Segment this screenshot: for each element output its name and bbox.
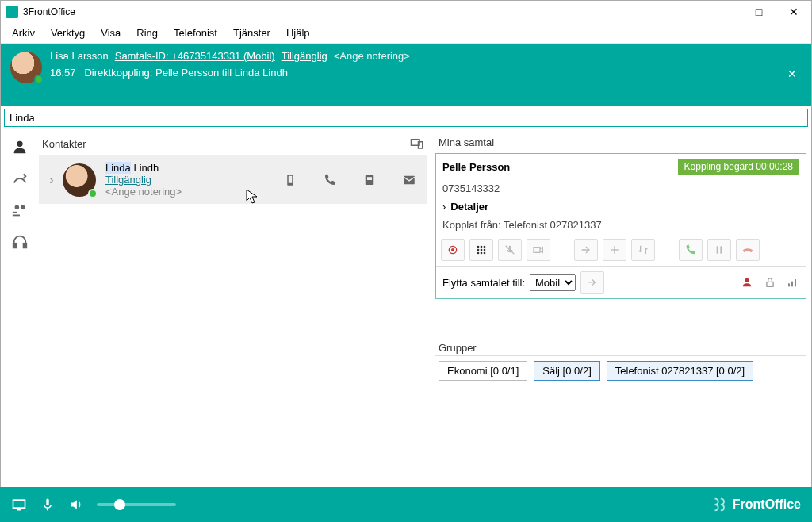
move-call-select[interactable]: Mobil (530, 274, 576, 291)
mobile-icon[interactable] (283, 173, 297, 187)
svg-rect-4 (13, 215, 20, 217)
headset-icon[interactable] (11, 233, 29, 251)
hold-button[interactable] (707, 239, 731, 261)
contact-status[interactable]: Tillgänglig (105, 174, 224, 186)
screen-icon[interactable] (11, 497, 27, 512)
call-status-badge: Koppling begärd 00:00:28 (678, 159, 799, 175)
profile-status[interactable]: Tillgänglig (282, 50, 327, 62)
presence-indicator (34, 75, 44, 84)
devices-icon[interactable] (410, 136, 424, 151)
svg-point-15 (451, 248, 454, 251)
queue-icon[interactable] (11, 202, 29, 219)
person-warn-icon[interactable] (741, 276, 753, 289)
add-call-button[interactable] (603, 239, 626, 261)
mute-button[interactable] (498, 239, 522, 261)
caller-name: Pelle Persson (442, 161, 510, 173)
details-toggle[interactable]: › Detaljer (436, 198, 806, 216)
maximize-button[interactable]: □ (741, 1, 776, 23)
contact-name: Linda Lindh (105, 162, 224, 174)
menu-bar: Arkiv Verktyg Visa Ring Telefonist Tjäns… (1, 23, 811, 44)
video-button[interactable] (527, 239, 550, 261)
menu-verktyg[interactable]: Verktyg (43, 24, 93, 42)
svg-point-22 (477, 252, 480, 255)
svg-point-32 (745, 278, 749, 282)
menu-ring[interactable]: Ring (128, 24, 166, 42)
volume-slider[interactable] (97, 503, 176, 506)
svg-point-2 (21, 205, 25, 210)
contact-presence-indicator (88, 189, 98, 198)
contacts-header: Kontakter (42, 138, 86, 150)
menu-hjalp[interactable]: Hjälp (278, 24, 318, 42)
svg-point-23 (481, 252, 483, 255)
svg-point-24 (484, 252, 486, 255)
group-salj[interactable]: Sälj [0 0/2] (534, 361, 599, 381)
calls-header: Mina samtal (439, 136, 494, 148)
group-ekonomi[interactable]: Ekonomi [0 0/1] (439, 361, 527, 381)
phone-icon[interactable] (323, 173, 337, 187)
record-button[interactable] (441, 239, 465, 261)
profile-name: Lisa Larsson (50, 50, 109, 62)
svg-rect-33 (767, 282, 773, 286)
svg-rect-12 (367, 177, 372, 180)
svg-rect-38 (46, 499, 48, 505)
answer-button[interactable] (679, 239, 703, 261)
bottom-bar: FrontOffice (0, 487, 812, 522)
svg-point-17 (481, 246, 483, 248)
menu-arkiv[interactable]: Arkiv (4, 24, 43, 42)
svg-rect-3 (13, 212, 17, 213)
groups-header: Grupper (435, 340, 806, 355)
svg-rect-6 (24, 244, 27, 248)
close-button[interactable]: ✕ (776, 1, 811, 23)
swap-calls-button[interactable] (631, 239, 655, 261)
svg-rect-34 (788, 283, 790, 286)
minimize-button[interactable]: — (707, 1, 741, 23)
keypad-button[interactable] (469, 239, 493, 261)
call-transfer-icon[interactable] (11, 170, 29, 187)
active-call-card: Pelle Persson Koppling begärd 00:00:28 0… (435, 153, 806, 299)
svg-point-20 (481, 249, 483, 251)
move-call-label: Flytta samtalet till: (442, 277, 525, 289)
contact-row[interactable]: › Linda Lindh Tillgänglig <Ange notering… (39, 155, 427, 204)
banner-close-button[interactable]: ✕ (787, 67, 797, 80)
svg-rect-10 (289, 175, 293, 182)
chevron-right-icon: › (442, 201, 446, 213)
contact-note[interactable]: <Ange notering> (105, 186, 224, 198)
profile-note[interactable]: <Ange notering> (334, 50, 410, 62)
menu-telefonist[interactable]: Telefonist (166, 24, 225, 42)
hangup-button[interactable] (736, 239, 760, 261)
svg-point-19 (477, 249, 480, 251)
menu-tjanster[interactable]: Tjänster (225, 24, 278, 42)
svg-rect-30 (717, 246, 718, 253)
svg-point-18 (484, 246, 486, 248)
svg-rect-27 (534, 248, 540, 253)
caller-number: 0735143332 (436, 179, 806, 198)
message-icon[interactable] (402, 173, 416, 187)
svg-rect-37 (13, 500, 25, 508)
menu-visa[interactable]: Visa (93, 24, 128, 42)
profile-bar: Lisa Larsson Samtals-ID: +46735143331 (M… (1, 44, 811, 106)
group-telefonist[interactable]: Telefonist 027821337 [0 0/2] (607, 361, 753, 381)
svg-rect-35 (791, 282, 793, 287)
window-title: 3FrontOffice (23, 6, 75, 17)
search-input[interactable] (4, 109, 808, 127)
svg-point-21 (484, 249, 486, 251)
transfer-button[interactable] (574, 239, 598, 261)
banner-text: Direktkoppling: Pelle Persson till Linda… (84, 67, 288, 79)
svg-point-0 (17, 141, 22, 147)
svg-point-16 (477, 246, 480, 248)
chevron-right-icon[interactable]: › (45, 173, 58, 187)
app-icon (6, 6, 18, 18)
microphone-icon[interactable] (40, 497, 56, 512)
deskphone-icon[interactable] (362, 173, 377, 187)
title-bar: 3FrontOffice — □ ✕ (1, 1, 811, 23)
lock-icon[interactable] (764, 276, 776, 289)
svg-rect-31 (720, 246, 722, 253)
profile-call-id[interactable]: Samtals-ID: +46735143331 (Mobil) (115, 50, 275, 62)
move-call-go-button[interactable] (580, 271, 604, 294)
svg-rect-36 (795, 279, 796, 286)
contacts-icon[interactable] (11, 138, 29, 155)
speaker-icon[interactable] (68, 497, 84, 512)
sidebar (1, 130, 39, 487)
signal-icon (787, 276, 799, 289)
svg-rect-5 (13, 244, 17, 248)
